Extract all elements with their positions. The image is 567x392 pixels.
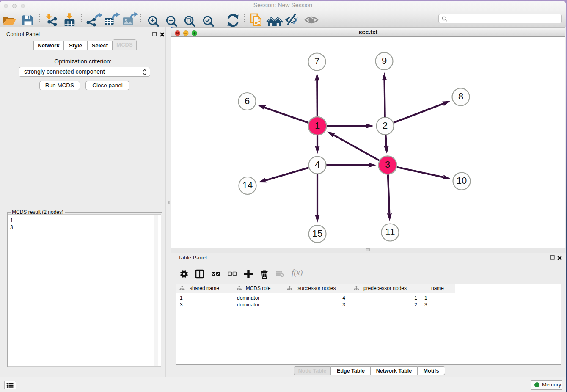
svg-text:10: 10 [457, 175, 467, 186]
svg-text:11: 11 [385, 226, 395, 237]
svg-text:2: 2 [383, 120, 388, 131]
svg-text:8: 8 [458, 91, 463, 102]
svg-text:15: 15 [312, 228, 322, 239]
svg-text:9: 9 [382, 55, 387, 66]
svg-text:4: 4 [315, 159, 320, 170]
svg-text:14: 14 [242, 180, 253, 190]
svg-text:6: 6 [245, 96, 250, 106]
svg-text:3: 3 [385, 159, 390, 170]
svg-text:7: 7 [314, 56, 319, 66]
svg-text:1: 1 [315, 120, 320, 131]
